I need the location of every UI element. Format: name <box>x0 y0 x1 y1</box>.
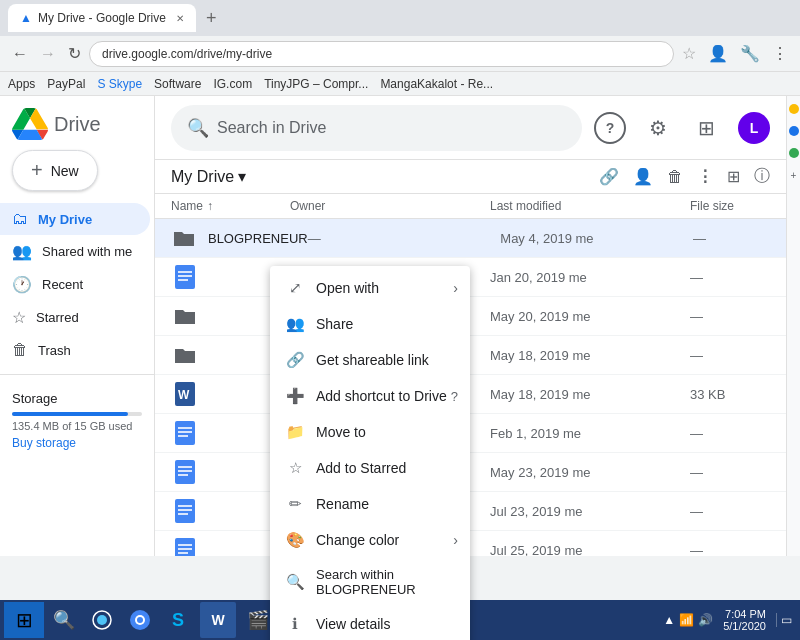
person-add-icon[interactable]: 👤 <box>633 167 653 186</box>
sidebar-item-starred[interactable]: ☆ Starred <box>0 301 150 334</box>
link-icon[interactable]: 🔗 <box>599 167 619 186</box>
bookmark-skype[interactable]: S Skype <box>97 77 142 91</box>
info-icon[interactable]: ⓘ <box>754 166 770 187</box>
file-row-5[interactable]: W May 18, 2019 me 33 KB <box>155 375 786 414</box>
forward-button[interactable]: → <box>36 43 60 65</box>
bookmark-tinyjpg[interactable]: TinyJPG – Compr... <box>264 77 368 91</box>
address-bar[interactable]: drive.google.com/drive/my-drive <box>89 41 674 67</box>
bookmark-igcom[interactable]: IG.com <box>213 77 252 91</box>
col-owner-header[interactable]: Owner <box>290 199 490 213</box>
tab-close-icon[interactable]: ✕ <box>176 13 184 24</box>
show-desktop-icon[interactable]: ▭ <box>776 613 792 627</box>
sys-icon-3[interactable]: 🔊 <box>698 613 713 627</box>
svg-rect-15 <box>178 505 192 507</box>
browser-tab[interactable]: ▲ My Drive - Google Drive ✕ <box>8 4 196 32</box>
right-panel-icon-2[interactable] <box>789 126 799 136</box>
file-modified-7: May 23, 2019 me <box>490 465 690 480</box>
right-panel-icon-3[interactable] <box>789 148 799 158</box>
settings-icon[interactable]: ⚙ <box>642 112 674 144</box>
taskbar-skype-icon[interactable]: S <box>160 602 196 638</box>
extension-icon[interactable]: 🔧 <box>736 44 764 63</box>
col-name-header[interactable]: Name ↑ <box>171 199 290 213</box>
bookmark-apps[interactable]: Apps <box>8 77 35 91</box>
address-text: drive.google.com/drive/my-drive <box>102 47 272 61</box>
menu-item-add-starred[interactable]: ☆ Add to Starred <box>270 450 470 486</box>
file-row-6[interactable]: Feb 1, 2019 me — <box>155 414 786 453</box>
file-size-1: — <box>693 231 770 246</box>
bookmark-mangakakalot[interactable]: MangaKakalot - Re... <box>380 77 493 91</box>
taskbar-search-icon[interactable]: 🔍 <box>46 602 82 638</box>
move-icon: 📁 <box>286 423 304 441</box>
profile-icon[interactable]: 👤 <box>704 44 732 63</box>
menu-item-search-within[interactable]: 🔍 Search within BLOGPRENEUR <box>270 558 470 606</box>
svg-rect-11 <box>178 466 192 468</box>
refresh-button[interactable]: ↻ <box>64 42 85 65</box>
sidebar-item-sharedwithme[interactable]: 👥 Shared with me <box>0 235 150 268</box>
sidebar-item-trash[interactable]: 🗑 Trash <box>0 334 150 366</box>
recent-icon: 🕐 <box>12 275 32 294</box>
file-modified-2: Jan 20, 2019 me <box>490 270 690 285</box>
file-row-blogpreneur[interactable]: BLOGPRENEUR — May 4, 2019 me — <box>155 219 786 258</box>
svg-point-50 <box>137 617 143 623</box>
file-row-7[interactable]: May 23, 2019 me — <box>155 453 786 492</box>
breadcrumb-chevron[interactable]: ▾ <box>238 167 246 186</box>
file-row-8[interactable]: Jul 23, 2019 me — <box>155 492 786 531</box>
bookmark-star[interactable]: ☆ <box>678 44 700 63</box>
file-icon-doc-6 <box>171 419 199 447</box>
sidebar-item-mydrive[interactable]: 🗂 My Drive <box>0 203 150 235</box>
view-details-label: View details <box>316 616 390 632</box>
app-container: Drive + New 🗂 My Drive 👥 Shared with me … <box>0 96 800 556</box>
taskbar-cortana-icon[interactable] <box>84 602 120 638</box>
back-button[interactable]: ← <box>8 43 32 65</box>
taskbar-word-icon[interactable]: W <box>200 602 236 638</box>
menu-item-open-with[interactable]: ⤢ Open with › <box>270 270 470 306</box>
new-button[interactable]: + New <box>12 150 98 191</box>
right-panel-icon-1[interactable] <box>789 104 799 114</box>
file-row-9[interactable]: Jul 25, 2019 me — <box>155 531 786 556</box>
open-with-arrow: › <box>453 280 458 296</box>
name-col-label: Name <box>171 199 203 213</box>
more-icon[interactable]: ⋮ <box>697 167 713 186</box>
sys-icon-1[interactable]: ▲ <box>663 613 675 627</box>
file-row-4[interactable]: May 18, 2019 me — <box>155 336 786 375</box>
search-container[interactable]: 🔍 Search in Drive <box>171 105 582 151</box>
file-row-3[interactable]: May 20, 2019 me — <box>155 297 786 336</box>
get-shareable-link-label: Get shareable link <box>316 352 429 368</box>
taskbar-chrome-icon[interactable] <box>122 602 158 638</box>
delete-icon[interactable]: 🗑 <box>667 168 683 186</box>
file-size-6: — <box>690 426 770 441</box>
menu-item-rename[interactable]: ✏ Rename <box>270 486 470 522</box>
change-color-label: Change color <box>316 532 399 548</box>
menu-item-change-color[interactable]: 🎨 Change color › <box>270 522 470 558</box>
storage-bar <box>12 412 142 416</box>
col-size-header[interactable]: File size <box>690 199 770 213</box>
menu-dots[interactable]: ⋮ <box>768 44 792 63</box>
menu-item-share[interactable]: 👥 Share <box>270 306 470 342</box>
bookmark-software[interactable]: Software <box>154 77 201 91</box>
share-icon: 👥 <box>286 315 304 333</box>
help-icon[interactable]: ? <box>594 112 626 144</box>
file-modified-6: Feb 1, 2019 me <box>490 426 690 441</box>
view-grid-icon[interactable]: ⊞ <box>727 167 740 186</box>
buy-storage-link[interactable]: Buy storage <box>12 436 142 450</box>
menu-item-move-to[interactable]: 📁 Move to <box>270 414 470 450</box>
sidebar-item-recent[interactable]: 🕐 Recent <box>0 268 150 301</box>
bookmark-paypal[interactable]: PayPal <box>47 77 85 91</box>
grid-apps-icon[interactable]: ⊞ <box>690 112 722 144</box>
col-modified-header[interactable]: Last modified <box>490 199 690 213</box>
user-avatar[interactable]: L <box>738 112 770 144</box>
sys-icon-2[interactable]: 📶 <box>679 613 694 627</box>
taskbar-clock[interactable]: 7:04 PM 5/1/2020 <box>717 608 772 632</box>
file-icon-folder <box>171 224 198 252</box>
file-list: BLOGPRENEUR — May 4, 2019 me — Jan 20, 2… <box>155 219 786 556</box>
start-button[interactable]: ⊞ <box>4 602 44 638</box>
mydrive-icon: 🗂 <box>12 210 28 228</box>
menu-item-view-details[interactable]: ℹ View details <box>270 606 470 640</box>
new-tab-button[interactable]: + <box>202 8 221 29</box>
menu-item-get-shareable-link[interactable]: 🔗 Get shareable link <box>270 342 470 378</box>
clock-date: 5/1/2020 <box>723 620 766 632</box>
right-panel-icon-4[interactable]: + <box>791 170 797 181</box>
file-row-2[interactable]: Jan 20, 2019 me — <box>155 258 786 297</box>
context-menu: ⤢ Open with › 👥 Share 🔗 Get shareable li… <box>270 266 470 640</box>
menu-item-add-shortcut[interactable]: ➕ Add shortcut to Drive ? <box>270 378 470 414</box>
